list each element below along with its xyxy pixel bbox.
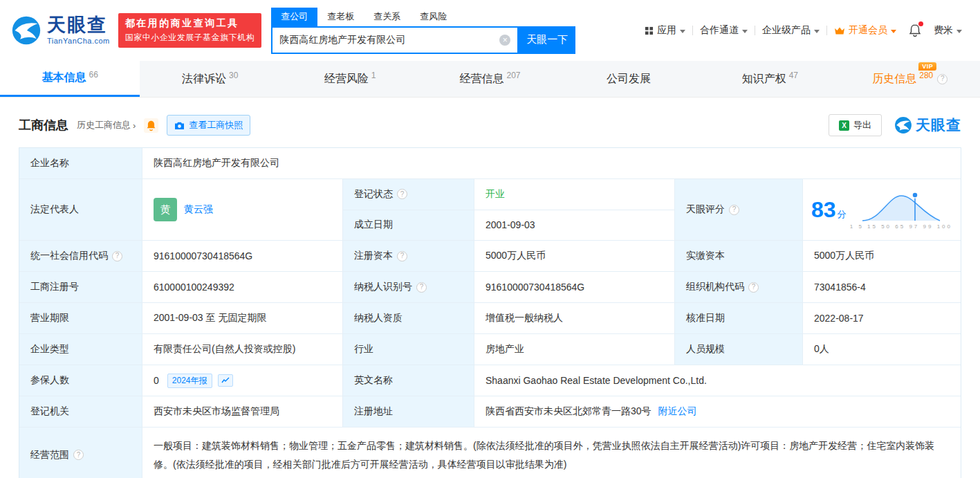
company-name-value: 陕西高红房地产开发有限公司	[142, 148, 961, 178]
monitor-bell-icon[interactable]	[144, 118, 158, 133]
legal-rep-avatar[interactable]: 黄	[154, 198, 177, 221]
help-icon[interactable]: ?	[73, 450, 84, 460]
chevron-down-icon	[956, 30, 962, 33]
legal-rep-label: 法定代表人	[19, 179, 142, 240]
approval-date-value: 2022-08-17	[803, 303, 961, 333]
help-icon[interactable]: ?	[937, 74, 947, 84]
crown-icon	[834, 26, 845, 35]
grid-icon	[645, 26, 654, 35]
table-row: 企业名称 陕西高红房地产开发有限公司	[19, 148, 961, 179]
chevron-down-icon	[680, 30, 685, 33]
nav-apps[interactable]: 应用	[638, 24, 692, 37]
help-icon[interactable]: ?	[397, 251, 407, 261]
table-row: 企业类型 有限责任公司(自然人投资或控股) 行业 房地产业 人员规模 0人	[19, 334, 961, 365]
tab-company-development[interactable]: 公司发展	[560, 61, 700, 97]
clear-search-icon[interactable]: ×	[499, 35, 510, 46]
business-term-value: 2001-09-03 至 无固定期限	[142, 303, 343, 333]
industry-value: 房地产业	[474, 334, 675, 365]
establish-date-label: 成立日期	[343, 210, 474, 241]
chevron-down-icon	[742, 30, 748, 33]
search-block: 查公司 查老板 查关系 查风险 × 天眼一下	[271, 8, 575, 54]
history-business-info-link[interactable]: 历史工商信息 ›	[77, 119, 136, 131]
tab-basic-info[interactable]: 基本信息 66	[0, 61, 140, 97]
staff-size-label: 人员规模	[675, 334, 803, 365]
score-number: 83	[811, 197, 836, 222]
tab-operation-risk[interactable]: 经营风险 1	[280, 61, 420, 97]
reg-number-label: 工商注册号	[19, 272, 142, 302]
reg-number-value: 610000100249392	[142, 272, 343, 302]
table-row: 登记机关 西安市未央区市场监督管理局 注册地址 陕西省西安市未央区北郊常青一路3…	[19, 396, 961, 428]
establish-date-value: 2001-09-03	[474, 210, 674, 241]
org-code-value: 73041856-4	[803, 272, 961, 302]
legal-rep-name-link[interactable]: 黄云强	[184, 203, 213, 216]
notification-dot	[918, 21, 923, 26]
help-icon[interactable]: ?	[416, 282, 427, 293]
brand-watermark: 天眼查	[894, 116, 961, 135]
logo-swirl-icon	[11, 15, 41, 46]
tab-intellectual-property[interactable]: 知识产权 47	[700, 61, 840, 97]
nav-enterprise-products[interactable]: 企业级产品	[755, 24, 826, 37]
paid-capital-value: 5000万人民币	[803, 241, 961, 271]
tianyancha-logo[interactable]: 天眼查 TianYanCha.com	[11, 15, 110, 46]
table-row: 统一社会信用代码 ? 91610000730418564G 注册资本 ? 500…	[19, 241, 961, 272]
trend-chart-icon[interactable]	[218, 374, 233, 387]
search-input[interactable]	[279, 35, 499, 46]
slogan-line2: 国家中小企业发展子基金旗下机构	[125, 32, 255, 44]
legal-rep-value: 黄 黄云强	[142, 179, 343, 240]
annual-report-tag[interactable]: 2024年报	[167, 374, 212, 388]
paid-capital-label: 实缴资本	[675, 241, 803, 271]
reg-capital-label: 注册资本 ?	[343, 241, 474, 271]
score-curve-chart: 1 5 15 50 65 97 99 100	[850, 190, 952, 230]
table-row: 参保人数 0 2024年报 英文名称 Shaanxi Gaohao Real E…	[19, 365, 961, 396]
slogan-line1: 都在用的商业查询工具	[125, 17, 255, 30]
taxpayer-quality-label: 纳税人资质	[343, 303, 474, 333]
tab-legal-cases[interactable]: 法律诉讼 30	[140, 61, 279, 97]
search-tab-relation[interactable]: 查关系	[364, 8, 410, 26]
table-row: 工商注册号 610000100249392 纳税人识别号 ? 916100007…	[19, 272, 961, 303]
reg-authority-label: 登记机关	[19, 396, 142, 427]
reg-authority-value: 西安市未央区市场监督管理局	[142, 396, 343, 427]
export-button[interactable]: X 导出	[829, 114, 882, 136]
search-tab-boss[interactable]: 查老板	[317, 8, 364, 26]
page-tabs: 基本信息 66 法律诉讼 30 经营风险 1 经营信息 207 公司发展 知识产…	[0, 61, 980, 98]
status-date-subtable: 登记状态 ? 开业 成立日期 2001-09-03	[343, 179, 675, 240]
help-icon[interactable]: ?	[729, 205, 739, 215]
section-header: 工商信息 历史工商信息 › 查看工商快照 X 导出 天眼查	[0, 98, 980, 147]
taxpayer-id-label: 纳税人识别号 ?	[343, 272, 474, 302]
nav-user[interactable]: 费米	[927, 24, 969, 37]
taxpayer-id-value: 91610000730418564G	[474, 272, 675, 302]
table-row: 经营范围 ? 一般项目：建筑装饰材料销售；物业管理；五金产品零售；建筑材料销售。…	[19, 428, 961, 478]
view-snapshot-button[interactable]: 查看工商快照	[167, 115, 250, 136]
tab-history-info[interactable]: VIP 历史信息 280 ?	[840, 61, 980, 97]
business-scope-label: 经营范围 ?	[19, 428, 142, 478]
help-icon[interactable]: ?	[397, 189, 407, 199]
reg-status-label: 登记状态 ?	[343, 179, 474, 210]
credit-code-label: 统一社会信用代码 ?	[19, 241, 142, 271]
english-name-value: Shaanxi Gaohao Real Estate Development C…	[474, 365, 961, 396]
approval-date-label: 核准日期	[675, 303, 803, 333]
excel-icon: X	[839, 120, 849, 131]
chevron-down-icon	[891, 30, 896, 33]
search-button[interactable]: 天眼一下	[519, 26, 575, 54]
help-icon[interactable]: ?	[748, 282, 759, 293]
search-tab-company[interactable]: 查公司	[271, 8, 317, 26]
tab-business-info[interactable]: 经营信息 207	[420, 61, 560, 97]
nearby-companies-link[interactable]: 附近公司	[658, 405, 697, 418]
table-row: 法定代表人 黄 黄云强 登记状态 ? 开业 成立日期 2001-09-03 天眼…	[19, 179, 961, 241]
vip-badge: VIP	[918, 62, 936, 71]
section-title: 工商信息	[19, 117, 68, 134]
search-tab-risk[interactable]: 查风险	[410, 8, 456, 26]
help-icon[interactable]: ?	[112, 251, 122, 261]
top-nav: 应用 合作通道 企业级产品 开通会员 费米	[638, 24, 969, 37]
nav-cooperation[interactable]: 合作通道	[693, 24, 755, 37]
score-value[interactable]: 83分 1 5 15 50 65 97 99 100	[803, 179, 961, 240]
nav-open-vip[interactable]: 开通会员	[827, 24, 903, 37]
chevron-down-icon	[814, 30, 820, 33]
reg-address-value: 陕西省西安市未央区北郊常青一路30号 附近公司	[474, 396, 961, 427]
business-term-label: 营业期限	[19, 303, 142, 333]
arrow-right-icon: ›	[133, 120, 136, 131]
english-name-label: 英文名称	[343, 365, 474, 396]
top-header: 天眼查 TianYanCha.com 都在用的商业查询工具 国家中小企业发展子基…	[0, 0, 980, 61]
notification-bell[interactable]	[903, 24, 927, 37]
search-input-box: ×	[271, 26, 519, 54]
